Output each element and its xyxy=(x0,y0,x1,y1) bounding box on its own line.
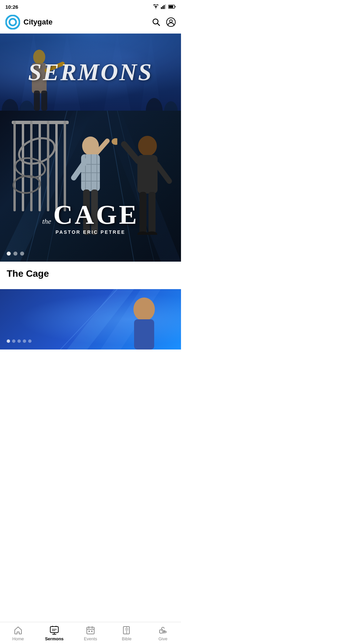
svg-point-22 xyxy=(2,99,18,111)
next-person xyxy=(117,289,171,350)
signal-icon xyxy=(161,4,166,9)
mini-dot-3[interactable] xyxy=(17,339,21,343)
brand: Citygate xyxy=(5,15,53,30)
svg-line-58 xyxy=(124,144,138,161)
svg-point-42 xyxy=(13,175,41,194)
spacer xyxy=(0,282,181,289)
svg-rect-2 xyxy=(164,5,165,9)
svg-point-56 xyxy=(138,136,157,156)
svg-rect-5 xyxy=(169,6,173,8)
svg-point-6 xyxy=(6,15,19,29)
next-section-dots xyxy=(7,339,32,343)
mini-dot-1[interactable] xyxy=(7,339,10,343)
sermons-title: SERMONS xyxy=(28,58,153,86)
header-actions xyxy=(152,17,176,27)
svg-line-59 xyxy=(157,164,169,181)
cage-subtitle: PASTOR ERIC PETREE xyxy=(0,229,181,235)
mini-dot-4[interactable] xyxy=(23,339,26,343)
series-title-section: The Cage xyxy=(0,262,181,282)
status-icons xyxy=(153,4,176,9)
svg-rect-37 xyxy=(47,121,49,211)
svg-point-53 xyxy=(112,138,117,145)
sermons-text-overlay: SERMONS xyxy=(28,58,153,86)
battery-icon xyxy=(168,5,176,9)
status-time: 10:26 xyxy=(5,4,18,10)
svg-point-24 xyxy=(146,98,163,111)
carousel-dot-1[interactable] xyxy=(7,252,11,256)
next-section-preview[interactable] xyxy=(0,289,181,350)
svg-point-11 xyxy=(170,20,172,22)
carousel-dots xyxy=(7,252,24,256)
svg-line-9 xyxy=(158,23,160,26)
svg-rect-34 xyxy=(22,121,24,211)
cage-title-block: the CAGE PASTOR ERIC PETREE xyxy=(0,201,181,235)
mini-dot-5[interactable] xyxy=(28,339,32,343)
svg-rect-1 xyxy=(162,6,163,9)
search-button[interactable] xyxy=(152,17,161,27)
series-title: The Cage xyxy=(7,268,174,279)
brand-logo xyxy=(5,15,20,30)
svg-rect-0 xyxy=(161,7,162,9)
mini-dot-2[interactable] xyxy=(12,339,15,343)
cage-the-text: the xyxy=(42,217,51,226)
profile-button[interactable] xyxy=(166,17,176,27)
app-header: Citygate xyxy=(0,12,181,34)
svg-point-7 xyxy=(9,19,16,25)
svg-rect-3 xyxy=(165,4,166,9)
bottom-spacer xyxy=(0,350,181,390)
svg-rect-36 xyxy=(39,121,41,211)
brand-name: Citygate xyxy=(23,18,53,26)
wifi-icon xyxy=(153,4,159,9)
featured-carousel[interactable]: the CAGE PASTOR ERIC PETREE xyxy=(0,111,181,262)
svg-point-25 xyxy=(164,101,178,111)
svg-rect-68 xyxy=(134,319,154,350)
svg-point-23 xyxy=(19,101,34,111)
audience-silhouette xyxy=(0,91,181,111)
sermons-banner[interactable]: SERMONS xyxy=(0,34,181,111)
svg-point-67 xyxy=(133,298,155,321)
svg-rect-35 xyxy=(30,121,33,211)
svg-rect-38 xyxy=(55,121,58,211)
carousel-dot-3[interactable] xyxy=(20,252,24,256)
carousel-dot-2[interactable] xyxy=(13,252,17,256)
status-bar: 10:26 xyxy=(0,0,181,12)
cage-main-title: CAGE xyxy=(53,201,139,228)
